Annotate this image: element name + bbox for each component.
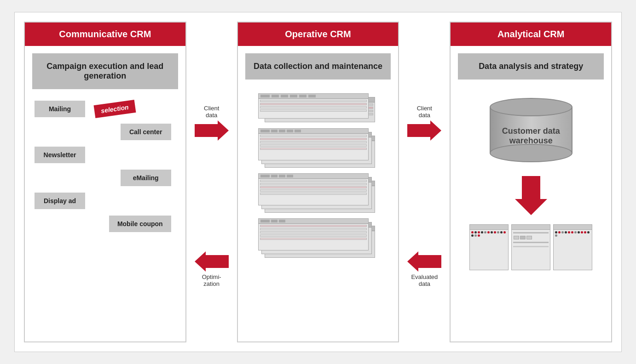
dot <box>474 234 477 237</box>
callcenter-box: Call center <box>121 124 171 140</box>
dot <box>487 231 490 233</box>
selection-badge: selection <box>93 100 136 118</box>
communicative-crm-column: Communicative CRM Campaign execution and… <box>24 22 186 342</box>
displayad-box: Display ad <box>35 193 85 209</box>
chart-flow-1 <box>511 224 550 270</box>
chart-box <box>514 236 519 239</box>
dot <box>584 231 586 233</box>
dot <box>478 234 480 237</box>
operative-crm-column: Operative CRM Data collection and mainte… <box>237 22 399 342</box>
channel-row-callcenter: Call center <box>35 124 176 140</box>
arrow-block-client-data-2: Clientdata <box>407 105 441 141</box>
table-front-2 <box>258 128 369 160</box>
chart-scatter-2 <box>553 224 592 270</box>
newsletter-box: Newsletter <box>35 147 85 163</box>
operative-section-title: Data collection and maintenance <box>245 53 391 80</box>
arrow-left-1 <box>195 251 229 272</box>
arrow-block-evaluated-data: Evaluateddata <box>407 251 441 287</box>
chart-line <box>513 246 549 247</box>
arrow-right-2 <box>407 120 441 141</box>
communicative-crm-header: Communicative CRM <box>25 23 185 46</box>
arrow-right-head-2 <box>430 120 441 141</box>
operative-crm-body: Data collection and maintenance <box>238 46 399 341</box>
dot <box>581 231 583 233</box>
dot <box>565 231 567 233</box>
dot <box>555 231 557 233</box>
mobilecoupon-box: Mobile coupon <box>109 216 171 232</box>
arrow-right-head-1 <box>218 120 229 141</box>
analytical-crm-header: Analytical CRM <box>451 23 611 46</box>
dot <box>587 231 590 233</box>
dot <box>555 234 557 237</box>
dot-cluster-2 <box>554 230 592 238</box>
channel-row-emailing: eMailing <box>35 170 176 186</box>
arrow-connector-1: Clientdata Optimi-zation <box>191 22 232 342</box>
arrow-left-head-2 <box>407 251 418 272</box>
arrow-left-body-1 <box>206 255 229 268</box>
dot <box>471 234 474 237</box>
analytical-crm-column: Analytical CRM Data analysis and strateg… <box>450 22 612 342</box>
table-front-1 <box>258 93 369 119</box>
data-tables-visual <box>245 93 391 260</box>
table-front-4 <box>258 218 369 250</box>
mailing-box: Mailing <box>35 101 85 117</box>
arrow-label-client-data-2: Clientdata <box>417 105 432 119</box>
table-front-3 <box>258 173 369 205</box>
dot <box>500 231 503 233</box>
dot <box>561 231 564 233</box>
arrow-left-body-2 <box>418 255 441 268</box>
table-stack-2 <box>258 128 378 170</box>
arrow-block-optimization: Optimi-zation <box>195 251 229 287</box>
diagram-container: Communicative CRM Campaign execution and… <box>14 12 622 352</box>
cylinder-bottom <box>490 144 572 162</box>
analysis-charts <box>458 224 604 270</box>
channel-items: Mailing selection Call center Newsletter… <box>32 98 178 241</box>
arrow-left-2 <box>407 251 441 272</box>
arrow-down-head <box>515 199 547 215</box>
dot <box>471 231 474 233</box>
dot <box>503 231 506 233</box>
chart-flow-inner-1 <box>512 230 550 250</box>
chart-box <box>526 236 532 239</box>
communicative-crm-body: Campaign execution and lead generation M… <box>25 46 185 341</box>
dot <box>578 231 580 233</box>
table-stack-4 <box>258 218 378 260</box>
operative-crm-header: Operative CRM <box>238 23 399 46</box>
arrow-block-client-data-1: Clientdata <box>195 105 229 141</box>
data-warehouse-cylinder: Customer data warehouse <box>490 98 572 162</box>
dot-cluster-1 <box>470 230 508 238</box>
arrow-right-body-2 <box>407 124 430 137</box>
arrow-right-body-1 <box>195 124 218 137</box>
analytical-section-title: Data analysis and strategy <box>458 53 604 80</box>
dot <box>474 231 477 233</box>
dot <box>574 231 577 233</box>
dot <box>491 231 493 233</box>
channel-row-newsletter: Newsletter <box>35 147 176 163</box>
chart-line <box>513 232 549 233</box>
arrow-left-head-1 <box>195 251 206 272</box>
table-stack-3 <box>258 173 378 215</box>
arrow-down-body <box>522 176 540 199</box>
dot <box>478 231 480 233</box>
arrow-right-1 <box>195 120 229 141</box>
table-stack-1 <box>258 93 378 125</box>
dot <box>571 231 573 233</box>
cylinder-label: Customer data warehouse <box>494 126 568 146</box>
cylinder: Customer data warehouse <box>490 98 572 162</box>
arrow-label-evaluated-data: Evaluateddata <box>411 273 438 287</box>
chart-scatter-1 <box>469 224 509 270</box>
emailing-box: eMailing <box>121 170 171 186</box>
dot <box>497 231 499 233</box>
arrow-label-client-data-1: Clientdata <box>204 105 219 119</box>
arrow-down <box>515 176 547 215</box>
arrow-connector-2: Clientdata Evaluateddata <box>404 22 445 342</box>
dot <box>568 231 570 233</box>
dot <box>481 231 483 233</box>
arrow-label-optimization: Optimi-zation <box>202 273 221 287</box>
channel-row-mobilecoupon: Mobile coupon <box>35 216 176 232</box>
chart-line <box>513 242 549 243</box>
chart-boxes <box>513 235 549 240</box>
channel-row-mailing: Mailing selection <box>35 101 176 117</box>
dot <box>494 231 496 233</box>
dot <box>558 231 561 233</box>
